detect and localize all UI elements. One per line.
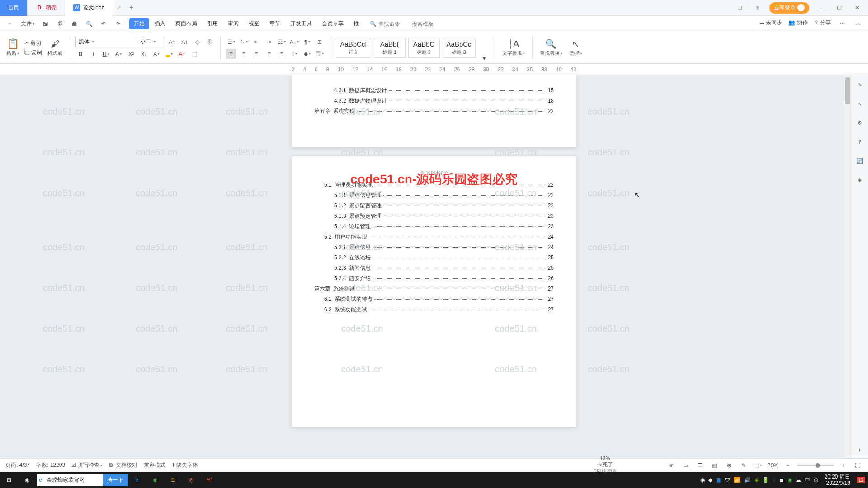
- zoom-level[interactable]: 70%: [768, 462, 778, 469]
- taskbar-app1-icon[interactable]: ◎: [182, 472, 200, 488]
- saveas-icon[interactable]: 🗐: [55, 19, 65, 29]
- sort-button[interactable]: A↓: [289, 37, 299, 47]
- textlayout-button[interactable]: 文字排版: [502, 50, 525, 56]
- taskbar-wechat-icon[interactable]: ◉: [146, 472, 164, 488]
- zoom-slider[interactable]: [797, 465, 834, 466]
- menu-引用[interactable]: 引用: [203, 18, 222, 29]
- findreplace-button[interactable]: 查找替换: [540, 50, 562, 56]
- menu-开始[interactable]: 开始: [129, 18, 149, 29]
- template-search-input[interactable]: [412, 21, 443, 27]
- tray-nvidia-icon[interactable]: ◈: [755, 477, 759, 483]
- phonetic-icon[interactable]: ㊥: [205, 37, 215, 47]
- document-area[interactable]: 4.3.1数据库概念设计154.3.2数据库物理设计18第五章系统实现22 毕业…: [0, 75, 868, 474]
- charborder-button[interactable]: ⬚: [189, 49, 199, 59]
- tray-onedrive-icon[interactable]: ☁: [796, 477, 801, 483]
- compat-mode[interactable]: 兼容模式: [144, 461, 165, 469]
- translate-icon[interactable]: 🔄: [854, 155, 865, 166]
- zoom-out-button[interactable]: −: [783, 460, 793, 470]
- bullets-button[interactable]: ☰: [226, 37, 236, 47]
- italic-button[interactable]: I: [88, 49, 98, 59]
- minimize-button[interactable]: ─: [815, 1, 827, 14]
- review-button[interactable]: 🗎 文档校对: [108, 461, 137, 469]
- find-icon[interactable]: 🔍: [546, 39, 556, 49]
- close-button[interactable]: ✕: [851, 1, 863, 14]
- styles-more-icon[interactable]: ▾: [479, 53, 489, 63]
- taskbar-search-button[interactable]: 搜一下: [103, 474, 128, 486]
- bold-button[interactable]: B: [75, 49, 85, 59]
- hamburger-icon[interactable]: ≡: [5, 19, 14, 29]
- style-标题 1[interactable]: AaBb(标题 1: [374, 38, 406, 58]
- tab-document[interactable]: W 论文.doc: [65, 0, 113, 16]
- pen-icon[interactable]: ✎: [854, 80, 865, 90]
- vertical-scrollbar[interactable]: [844, 75, 851, 474]
- subscript-button[interactable]: X₂: [139, 49, 149, 59]
- style-标题 3[interactable]: AaBbCc标题 3: [443, 38, 476, 58]
- paste-button[interactable]: 粘贴: [6, 50, 19, 56]
- sync-status[interactable]: ☁ 未同步: [759, 19, 782, 29]
- textlayout-icon[interactable]: ┆A: [509, 39, 519, 49]
- underline-button[interactable]: U: [101, 49, 111, 59]
- indent-button[interactable]: ⇥: [264, 37, 274, 47]
- undo-icon[interactable]: ↶: [99, 19, 108, 29]
- menu-页面布局[interactable]: 页面布局: [171, 18, 202, 29]
- settings-slider-icon[interactable]: ⚙: [854, 117, 865, 128]
- print-icon[interactable]: 🖶: [70, 19, 80, 29]
- shrink-font-icon[interactable]: A↓: [179, 37, 189, 47]
- view-page-icon[interactable]: ▭: [681, 460, 691, 470]
- collab-button[interactable]: 👥 协作: [788, 19, 807, 29]
- redo-icon[interactable]: ↷: [113, 19, 123, 29]
- ruler[interactable]: 24681012141618202224262830323436384042: [0, 64, 868, 75]
- taskbar-edge-icon[interactable]: e: [128, 472, 146, 488]
- file-menu[interactable]: 文件: [19, 19, 36, 28]
- shading-button[interactable]: ◆: [302, 49, 312, 59]
- view-web-icon[interactable]: ▦: [710, 460, 720, 470]
- notification-icon[interactable]: 12: [857, 477, 865, 483]
- more-icon[interactable]: ⋯: [837, 19, 847, 29]
- clear-format-icon[interactable]: ◇: [192, 37, 202, 47]
- cut-button[interactable]: ✂ 剪切: [24, 39, 42, 47]
- tray-360-icon[interactable]: ◉: [788, 477, 792, 483]
- menu-插入[interactable]: 插入: [150, 18, 170, 29]
- numbering-button[interactable]: ⒈: [239, 37, 249, 47]
- taskbar-search-input[interactable]: [44, 477, 103, 483]
- align-right-button[interactable]: ≡: [251, 49, 261, 59]
- task-view-button[interactable]: ◉: [18, 472, 36, 488]
- annotate-icon[interactable]: ✎: [739, 460, 749, 470]
- grid-icon[interactable]: ⊞: [751, 1, 764, 14]
- style-标题 2[interactable]: AaBbC标题 2: [408, 38, 440, 58]
- share-button[interactable]: ⇪ 分享: [814, 19, 831, 29]
- style-正文[interactable]: AaBbCcI正文: [336, 38, 371, 58]
- pointer-icon[interactable]: ↖: [854, 99, 865, 109]
- zoom-fit-icon[interactable]: ⬚: [753, 460, 763, 470]
- ime-indicator[interactable]: 中: [805, 476, 810, 484]
- font-select[interactable]: 黑体: [75, 37, 134, 47]
- word-count[interactable]: 字数: 12203: [36, 461, 65, 469]
- tray-volume-icon[interactable]: 🔊: [744, 477, 751, 483]
- align-center-button[interactable]: ≡: [239, 49, 249, 59]
- clock[interactable]: 20:20 周日 2022/9/18: [822, 474, 853, 487]
- taskbar-explorer-icon[interactable]: 🗀: [164, 472, 182, 488]
- fullscreen-icon[interactable]: ⛶: [853, 460, 863, 470]
- select-button[interactable]: 选择: [570, 50, 582, 56]
- command-search-input[interactable]: [378, 21, 410, 27]
- fontsize-select[interactable]: 小二: [137, 37, 164, 47]
- asian-layout-button[interactable]: ☶: [277, 37, 287, 47]
- showmarks-button[interactable]: ¶: [302, 37, 312, 47]
- tab-home[interactable]: 首页: [0, 0, 28, 16]
- paragraph-dialog-button[interactable]: ⊞: [315, 37, 325, 47]
- linespacing-button[interactable]: ↕: [289, 49, 299, 59]
- spellcheck-toggle[interactable]: ☑ 拼写检查: [71, 461, 102, 469]
- lightbulb-icon[interactable]: ◈: [854, 174, 865, 185]
- tray-bluetooth-icon[interactable]: ᛒ: [773, 477, 776, 483]
- align-left-button[interactable]: ≡: [226, 49, 236, 59]
- eye-icon[interactable]: 👁: [666, 460, 676, 470]
- view-read-icon[interactable]: ⊕: [724, 460, 734, 470]
- chevron-up-icon[interactable]: ︿: [854, 19, 863, 29]
- menu-视图[interactable]: 视图: [244, 18, 264, 29]
- tray-icon-1[interactable]: ◉: [700, 477, 705, 483]
- login-button[interactable]: 立即登录: [769, 2, 809, 14]
- new-tab-button[interactable]: +: [125, 4, 138, 12]
- missing-fonts[interactable]: T 缺失字体: [172, 461, 198, 469]
- menu-推[interactable]: 推: [349, 18, 363, 29]
- brush-label[interactable]: 格式刷: [47, 50, 62, 56]
